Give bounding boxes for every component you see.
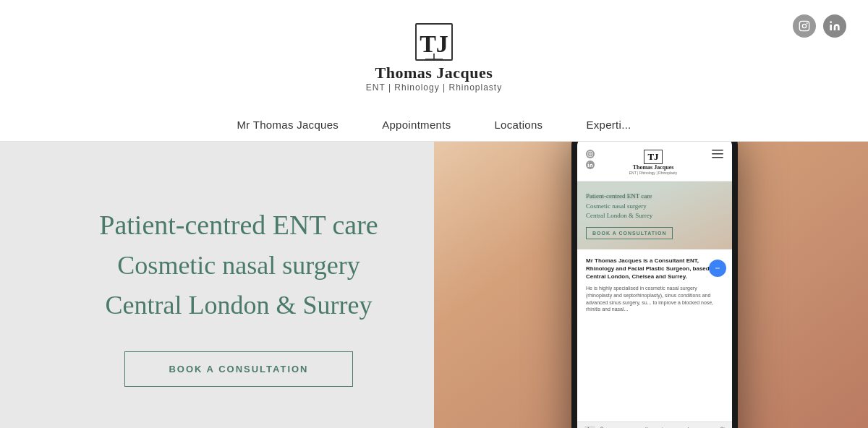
- svg-rect-19: [712, 157, 723, 158]
- svg-rect-3: [799, 21, 809, 30]
- nav-item-appointments[interactable]: Appointments: [382, 119, 451, 131]
- nav-item-thomas-jacques[interactable]: Mr Thomas Jacques: [237, 119, 339, 131]
- svg-rect-15: [588, 164, 589, 167]
- phone-logo: TJ Thomas Jacques ENT | Rhinology | Rhin…: [629, 150, 677, 175]
- phone-social-icons: [586, 150, 595, 169]
- phone-book-button[interactable]: BOOK A CONSULTATION: [586, 227, 673, 239]
- phone-linkedin-icon: [586, 160, 595, 169]
- phone-about-section: Mr Thomas Jacques is a Consultant ENT, R…: [577, 249, 732, 321]
- logo-name: Thomas Jacques: [375, 64, 493, 82]
- hero-tagline-1: Patient-centred ENT care: [99, 207, 378, 243]
- svg-text:TJ: TJ: [420, 30, 448, 57]
- phone-hero-tagline3: Central London & Surrey: [586, 211, 723, 221]
- book-consultation-button[interactable]: BOOK A CONSULTATION: [124, 351, 352, 387]
- hero-tagline-3: Central London & Surrey: [106, 288, 373, 322]
- phone-logo-subtitle: ENT | Rhinology | Rhinoplasty: [629, 171, 677, 175]
- svg-point-20: [715, 268, 717, 270]
- svg-point-21: [717, 268, 718, 270]
- phone-instagram-icon: [586, 150, 595, 158]
- nav-item-expertise[interactable]: Experti...: [586, 119, 631, 131]
- logo-subtitle: ENT | Rhinology | Rhinoplasty: [366, 82, 502, 93]
- instagram-icon[interactable]: [793, 14, 816, 38]
- svg-rect-18: [712, 153, 723, 155]
- social-icons: [793, 14, 846, 38]
- phone-chat-bubble[interactable]: [709, 260, 726, 277]
- phone-address-bar: Aa www.thomasjaques.co.uk: [577, 421, 732, 428]
- phone-logo-icon: TJ: [644, 150, 662, 164]
- phone-mockup: 16:04 5G: [571, 142, 738, 428]
- svg-point-22: [718, 268, 720, 270]
- logo-icon: TJ: [415, 23, 453, 61]
- phone-hero-tagline2: Cosmetic nasal surgery: [586, 202, 723, 212]
- logo: TJ Thomas Jacques ENT | Rhinology | Rhin…: [366, 23, 502, 93]
- hero-content: Patient-centred ENT care Cosmetic nasal …: [0, 142, 477, 428]
- nav-item-locations[interactable]: Locations: [494, 119, 542, 131]
- phone-screen: 16:04 5G: [577, 142, 732, 428]
- svg-point-14: [590, 153, 592, 155]
- phone-about-title: Mr Thomas Jacques is a Consultant ENT, R…: [586, 257, 723, 281]
- svg-rect-17: [712, 150, 723, 151]
- svg-rect-13: [588, 152, 593, 157]
- svg-point-7: [830, 21, 832, 23]
- hero-section: Patient-centred ENT care Cosmetic nasal …: [0, 142, 868, 428]
- svg-point-5: [807, 23, 807, 24]
- phone-hero-area: Patient-centred ENT care Cosmetic nasal …: [577, 181, 732, 249]
- phone-about-body: He is highly specialised in cosmetic nas…: [586, 285, 723, 313]
- phone-hero-tagline1: Patient-centred ENT care: [586, 192, 723, 202]
- main-nav: Mr Thomas Jacques Appointments Locations…: [0, 108, 868, 142]
- phone-hamburger-menu[interactable]: [712, 150, 723, 158]
- svg-point-16: [588, 163, 589, 163]
- linkedin-icon[interactable]: [823, 14, 846, 38]
- phone-logo-name: Thomas Jacques: [633, 164, 674, 171]
- phone-site-header: TJ Thomas Jacques ENT | Rhinology | Rhin…: [577, 144, 732, 181]
- hero-tagline-2: Cosmetic nasal surgery: [117, 249, 359, 283]
- site-header: TJ Thomas Jacques ENT | Rhinology | Rhin…: [0, 0, 868, 116]
- svg-rect-6: [830, 25, 832, 30]
- svg-point-4: [802, 24, 806, 27]
